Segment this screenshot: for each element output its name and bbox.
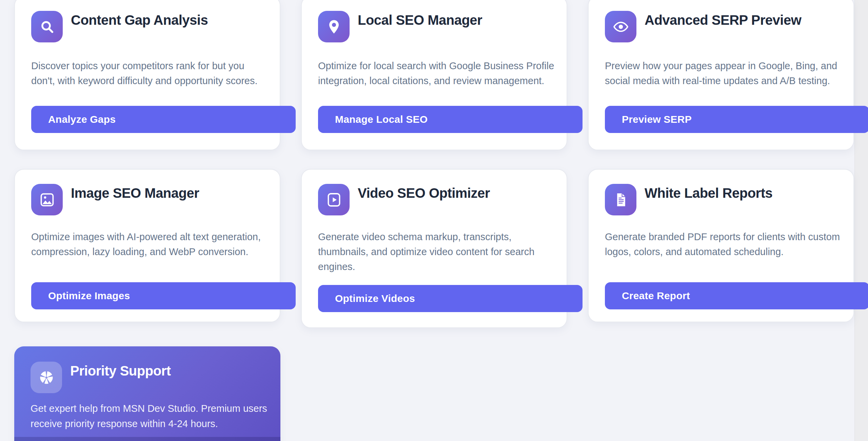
card-title: Priority Support <box>70 362 171 379</box>
image-icon <box>31 184 63 215</box>
search-icon <box>31 11 63 42</box>
card-white-label-reports: White Label Reports Generate branded PDF… <box>588 169 854 322</box>
manage-local-seo-button[interactable]: Manage Local SEO <box>318 106 583 133</box>
right-rail <box>854 0 868 441</box>
card-title: Video SEO Optimizer <box>358 185 490 202</box>
optimize-videos-button[interactable]: Optimize Videos <box>318 285 583 312</box>
optimize-images-button[interactable]: Optimize Images <box>31 282 296 309</box>
analyze-gaps-button[interactable]: Analyze Gaps <box>31 106 296 133</box>
eye-icon <box>605 11 636 42</box>
create-report-button[interactable]: Create Report <box>605 282 868 309</box>
card-title: Content Gap Analysis <box>71 12 208 28</box>
video-icon <box>318 184 350 215</box>
document-icon <box>605 184 636 215</box>
card-description: Optimize images with AI-powered alt text… <box>31 229 269 259</box>
card-description: Preview how your pages appear in Google,… <box>605 58 842 88</box>
card-description: Discover topics your competitors rank fo… <box>31 58 269 88</box>
support-card-bottom-band <box>14 437 280 441</box>
card-local-seo-manager: Local SEO Manager Optimize for local sea… <box>301 0 567 150</box>
card-content-gap-analysis: Content Gap Analysis Discover topics you… <box>14 0 280 150</box>
preview-serp-button[interactable]: Preview SERP <box>605 106 868 133</box>
card-description: Generate branded PDF reports for clients… <box>605 229 842 259</box>
card-title: Local SEO Manager <box>358 12 482 28</box>
card-description: Generate video schema markup, transcript… <box>318 229 555 274</box>
card-priority-support: Priority Support Get expert help from MS… <box>14 346 280 441</box>
location-pin-icon <box>318 11 350 42</box>
card-description: Optimize for local search with Google Bu… <box>318 58 555 88</box>
card-title: Image SEO Manager <box>71 185 199 202</box>
card-title: Advanced SERP Preview <box>645 12 801 28</box>
card-image-seo-manager: Image SEO Manager Optimize images with A… <box>14 169 280 322</box>
card-advanced-serp-preview: Advanced SERP Preview Preview how your p… <box>588 0 854 150</box>
features-page: Content Gap Analysis Discover topics you… <box>0 0 868 441</box>
lifebuoy-icon <box>31 362 62 393</box>
card-video-seo-optimizer: Video SEO Optimizer Generate video schem… <box>301 169 567 328</box>
card-description: Get expert help from MSN Dev Studio. Pre… <box>31 401 268 432</box>
card-title: White Label Reports <box>645 185 772 202</box>
